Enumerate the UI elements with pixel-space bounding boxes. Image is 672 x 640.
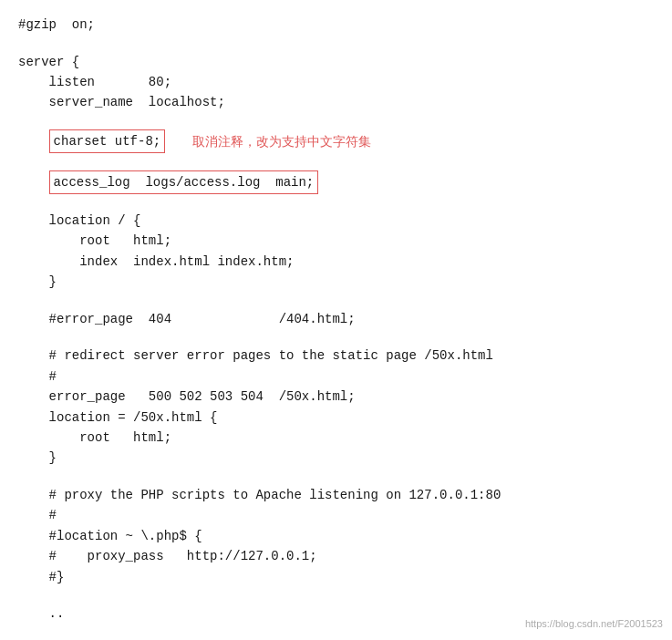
code-line-empty-2 — [18, 113, 654, 129]
code-line-closebrace2: } — [18, 448, 654, 468]
code-line-hash2: # — [18, 505, 654, 525]
code-text-servername: server_name localhost; — [18, 92, 225, 112]
code-container: #gzip on; server { listen 80; server_nam… — [0, 0, 672, 640]
code-text-dots: .. — [18, 604, 64, 624]
code-line-1: #gzip on; — [18, 15, 654, 35]
code-text-charset-indent — [18, 131, 49, 151]
code-line-accesslog: access_log logs/access.log main; — [18, 170, 654, 194]
code-text-errorpage500: error_page 500 502 503 504 /50x.html; — [18, 387, 356, 407]
code-text-location-php: #location ~ \.php$ { — [18, 526, 202, 546]
code-text-root1: root html; — [18, 231, 171, 251]
code-line-empty-6 — [18, 329, 654, 346]
charset-annotation: 取消注释，改为支持中文字符集 — [192, 131, 371, 151]
code-line-errorpage: #error_page 404 /404.html; — [18, 309, 654, 329]
code-line-errorpage500: error_page 500 502 503 504 /50x.html; — [18, 387, 654, 407]
code-text-errorpage: #error_page 404 /404.html; — [18, 309, 356, 329]
code-line-hashclosebrace: #} — [18, 567, 654, 587]
accesslog-boxed: access_log logs/access.log main; — [49, 170, 319, 194]
code-line-empty-5 — [18, 293, 654, 309]
code-line-empty-4 — [18, 194, 654, 211]
code-text-proxypass: # proxy_pass http://127.0.0.1; — [18, 546, 317, 566]
watermark: https://blog.csdn.net/F2001523 — [525, 618, 663, 629]
code-line-root1: root html; — [18, 231, 654, 251]
code-text-index1: index index.html index.htm; — [18, 252, 294, 272]
code-line-proxy-comment: # proxy the PHP scripts to Apache listen… — [18, 485, 654, 505]
code-text-1: #gzip on; — [18, 15, 95, 35]
code-line-location1: location / { — [18, 211, 654, 231]
code-text-hashclosebrace: #} — [18, 567, 64, 587]
code-line-empty-1 — [18, 35, 654, 51]
code-line-empty-7 — [18, 469, 654, 485]
code-text-listen: listen 80; — [18, 72, 171, 92]
code-line-redirect-comment: # redirect server error pages to the sta… — [18, 346, 654, 366]
code-line-servername: server_name localhost; — [18, 92, 654, 112]
code-text-hash1: # — [18, 366, 57, 387]
code-line-proxypass: # proxy_pass http://127.0.0.1; — [18, 546, 654, 566]
code-line-charset: charset utf-8; 取消注释，改为支持中文字符集 — [18, 129, 654, 153]
code-line-listen: listen 80; — [18, 72, 654, 92]
code-text-closebrace2: } — [18, 448, 57, 468]
code-text-hash2: # — [18, 505, 57, 525]
code-line-empty-3 — [18, 153, 654, 170]
code-text-accesslog-indent — [18, 172, 49, 192]
charset-boxed: charset utf-8; — [49, 129, 166, 153]
code-line-root2: root html; — [18, 428, 654, 448]
code-line-closebrace1: } — [18, 272, 654, 292]
code-text-server: server { — [18, 52, 79, 72]
code-line-server: server { — [18, 52, 654, 72]
code-line-empty-8 — [18, 587, 654, 604]
code-text-root2: root html; — [18, 428, 171, 448]
code-line-index1: index index.html index.htm; — [18, 252, 654, 272]
code-line-location-php: #location ~ \.php$ { — [18, 526, 654, 546]
code-text-location1: location / { — [18, 211, 140, 231]
code-text-proxy-comment: # proxy the PHP scripts to Apache listen… — [18, 485, 501, 505]
code-line-hash1: # — [18, 366, 654, 387]
code-text-redirect-comment: # redirect server error pages to the sta… — [18, 346, 493, 366]
code-text-closebrace1: } — [18, 272, 57, 292]
code-text-location50x: location = /50x.html { — [18, 408, 217, 428]
code-line-location50x: location = /50x.html { — [18, 408, 654, 428]
